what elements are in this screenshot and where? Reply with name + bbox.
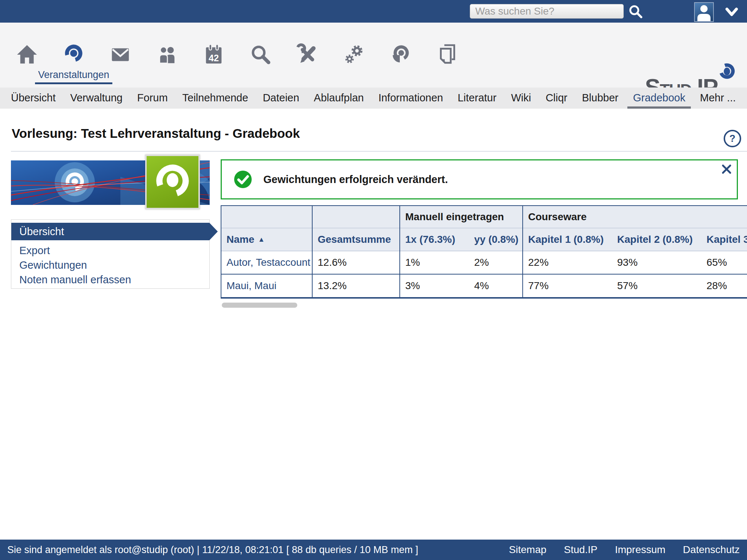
sort-asc-icon: ▲ [258, 236, 265, 243]
tab-dateien[interactable]: Dateien [255, 88, 306, 109]
column-group-courseware: Courseware [523, 206, 747, 228]
search-input[interactable] [470, 4, 624, 19]
help-icon[interactable]: ? [724, 130, 741, 147]
column-header-kapitel-2-0-8[interactable]: Kapitel 2 (0.8%) [612, 228, 701, 251]
grade-value-cell: 3% [400, 274, 469, 298]
title-divider [11, 151, 747, 152]
header-spacer-cell [312, 206, 400, 228]
column-header-yy-0-8[interactable]: yy (0.8%) [469, 228, 523, 251]
footer-link-sitemap[interactable]: Sitemap [509, 540, 546, 560]
search-icon[interactable] [629, 5, 643, 19]
sidebar-item-übersicht[interactable]: Übersicht [11, 223, 209, 240]
grade-value-cell: 4% [469, 274, 523, 298]
toolbar-item-search[interactable] [237, 23, 284, 88]
studip-app: Veranstaltungen [0, 0, 747, 560]
calendar-badge: 42 [209, 53, 219, 63]
toolbar-item-messages[interactable] [97, 23, 144, 88]
login-status-text: Sie sind angemeldet als root@studip (roo… [7, 540, 418, 560]
footer-link-impressum[interactable]: Impressum [615, 540, 665, 560]
courses-swirl-icon [62, 43, 85, 66]
column-header-label: Name [227, 234, 254, 245]
tab-teilnehmende[interactable]: Teilnehmende [175, 88, 256, 109]
home-icon [16, 43, 38, 66]
gears-icon [342, 43, 365, 66]
user-avatar[interactable] [694, 2, 714, 22]
grade-value-cell: 57% [612, 274, 701, 298]
grade-value-cell: 28% [701, 274, 747, 298]
column-header-label: Gesamtsumme [318, 234, 391, 245]
grade-value-cell: 12.6% [312, 251, 400, 275]
footer-links: SitemapStud.IPImpressumDatenschutz [509, 540, 740, 560]
tab-verwaltung[interactable]: Verwaltung [63, 88, 130, 109]
column-header-label: Kapitel 1 (0.8%) [528, 234, 604, 245]
tab-ablaufplan[interactable]: Ablaufplan [306, 88, 371, 109]
tab-übersicht[interactable]: Übersicht [4, 88, 63, 109]
sidebar-item-noten-manuell-erfassen[interactable]: Noten manuell erfassen [11, 272, 209, 287]
sidebar-item-gewichtungen[interactable]: Gewichtungen [11, 258, 209, 272]
horizontal-scrollbar-thumb[interactable] [222, 303, 297, 308]
pages-icon [436, 43, 458, 66]
course-avatar-swirl-icon [147, 156, 198, 208]
grade-value-cell: 65% [701, 251, 747, 275]
column-header-kapitel-3-0-8[interactable]: Kapitel 3 (0.8%) [701, 228, 747, 251]
tab-forum[interactable]: Forum [130, 88, 175, 109]
student-name-link[interactable]: Maui, Maui [221, 274, 312, 298]
toolbar-item-tools[interactable] [284, 23, 330, 88]
grade-value-cell: 2% [469, 251, 523, 275]
column-header-1x-76-3[interactable]: 1x (76.3%) [400, 228, 469, 251]
header-spacer-cell [221, 206, 312, 228]
column-header-label: yy (0.8%) [474, 234, 518, 245]
grade-value-cell: 1% [400, 251, 469, 275]
toolbar-item-courses[interactable]: Veranstaltungen [50, 23, 97, 88]
resources-swirl-icon [389, 43, 412, 66]
grade-value-cell: 77% [523, 274, 612, 298]
community-icon [156, 43, 178, 66]
course-tabbar: ÜbersichtVerwaltungForumTeilnehmendeDate… [0, 88, 747, 109]
tab-literatur[interactable]: Literatur [450, 88, 504, 109]
footer-link-stud-ip[interactable]: Stud.IP [564, 540, 597, 560]
page-title: Vorlesung: Test Lehrveranstaltung - Grad… [12, 126, 300, 141]
footer: Sie sind angemeldet als root@studip (roo… [0, 540, 747, 560]
sidebar-menu: ÜbersichtExportGewichtungenNoten manuell… [11, 219, 210, 289]
table-row: Autor, Testaccount12.6%1%2%22%93%65% [221, 251, 747, 275]
column-header-label: 1x (76.3%) [405, 234, 455, 245]
column-group-manuell-eingetragen: Manuell eingetragen [400, 206, 523, 228]
column-header-label: Kapitel 2 (0.8%) [617, 234, 693, 245]
tab-gradebook[interactable]: Gradebook [626, 88, 693, 109]
footer-link-datenschutz[interactable]: Datenschutz [683, 540, 740, 560]
search-icon [249, 43, 272, 66]
check-icon [234, 171, 252, 188]
tab-mehr[interactable]: Mehr ... [693, 88, 743, 109]
toolbar-item-calendar[interactable]: 42 [190, 23, 237, 88]
sidebar-item-export[interactable]: Export [11, 243, 209, 258]
toolbar-item-pages[interactable] [424, 23, 471, 88]
person-icon [695, 3, 713, 21]
gradebook-table-viewport: Manuell eingetragenCoursewareName▲Gesamt… [221, 205, 747, 301]
tab-blubber[interactable]: Blubber [575, 88, 626, 109]
tools-icon [296, 43, 318, 66]
toolbar-item-community[interactable] [144, 23, 190, 88]
column-header-label: Kapitel 3 (0.8%) [707, 234, 747, 245]
main-toolbar: Veranstaltungen [0, 23, 747, 88]
success-message-text: Gewichtungen erfolgreich verändert. [263, 160, 448, 198]
toolbar-item-resources[interactable] [377, 23, 424, 88]
gradebook-table: Manuell eingetragenCoursewareName▲Gesamt… [221, 205, 747, 299]
success-message: Gewichtungen erfolgreich verändert. [221, 159, 738, 199]
student-name-link[interactable]: Autor, Testaccount [221, 251, 312, 275]
tab-cliqr[interactable]: Cliqr [538, 88, 575, 109]
column-header-kapitel-1-0-8[interactable]: Kapitel 1 (0.8%) [523, 228, 612, 251]
toolbar-nav: Veranstaltungen [4, 23, 471, 88]
grade-value-cell: 22% [523, 251, 612, 275]
topbar [0, 0, 747, 23]
tab-informationen[interactable]: Informationen [371, 88, 450, 109]
grade-value-cell: 93% [612, 251, 701, 275]
grade-value-cell: 13.2% [312, 274, 400, 298]
column-header-gesamtsumme[interactable]: Gesamtsumme [312, 228, 400, 251]
column-header-name[interactable]: Name▲ [221, 228, 312, 251]
close-icon[interactable] [721, 164, 732, 174]
toolbar-item-admin[interactable] [330, 23, 377, 88]
tab-wiki[interactable]: Wiki [504, 88, 538, 109]
mail-icon [109, 43, 132, 66]
chevron-down-icon[interactable] [725, 7, 738, 17]
studip-logo-swirl-icon [716, 61, 738, 82]
